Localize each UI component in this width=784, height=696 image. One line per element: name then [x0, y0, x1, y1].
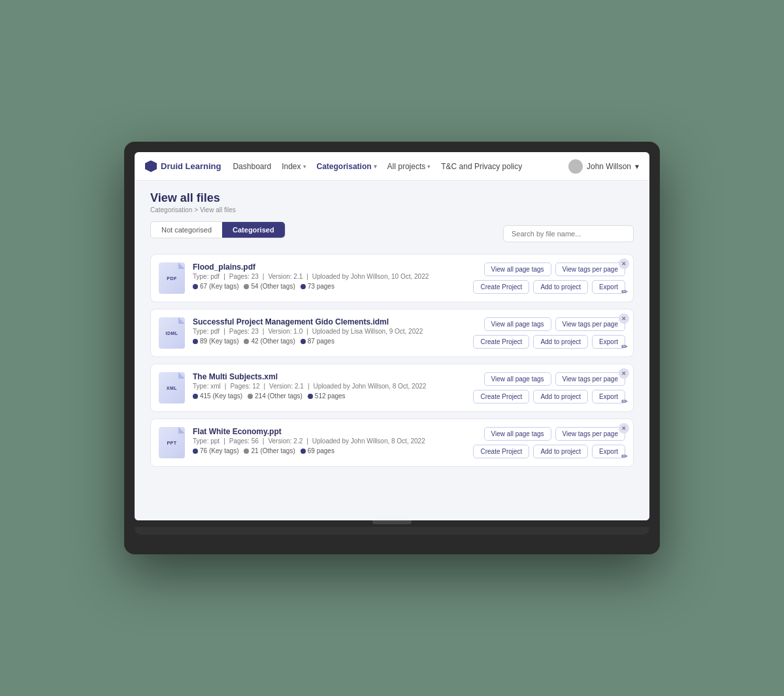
file-card: IDML Successful Project Management Gido …	[150, 309, 634, 357]
pages-tag-dot	[308, 394, 313, 399]
avatar	[568, 159, 583, 174]
tab-categorised[interactable]: Categorised	[222, 222, 285, 238]
action-row-2: Create Project Add to project Export	[473, 335, 625, 349]
file-actions: View all page tags View tags per page Cr…	[473, 372, 625, 403]
close-button[interactable]: ✕	[619, 259, 629, 269]
view-all-page-tags-button[interactable]: View all page tags	[484, 427, 551, 441]
file-body: Flat White Economy.ppt Type: ppt|Pages: …	[193, 427, 465, 454]
file-tags: 89 (Key tags) 42 (Other tags) 87 pages	[193, 338, 465, 345]
nav-all-projects[interactable]: All projects ▾	[386, 159, 433, 174]
file-tags: 76 (Key tags) 21 (Other tags) 69 pages	[193, 447, 465, 454]
action-row-1: View all page tags View tags per page	[484, 262, 625, 276]
file-body: The Multi Subjects.xml Type: xml|Pages: …	[193, 372, 465, 400]
pages-tag-dot	[301, 449, 306, 454]
file-actions: View all page tags View tags per page Cr…	[473, 317, 625, 349]
chevron-down-icon: ▾	[427, 163, 431, 170]
file-tags: 67 (Key tags) 54 (Other tags) 73 pages	[193, 283, 465, 290]
key-tags: 89 (Key tags)	[193, 338, 238, 345]
chevron-down-icon: ▾	[303, 163, 306, 170]
key-tag-dot	[193, 284, 198, 289]
tabs: Not categorised Categorised	[150, 221, 286, 238]
action-row-2: Create Project Add to project Export	[473, 445, 625, 458]
action-row-1: View all page tags View tags per page	[484, 317, 625, 331]
nav-dashboard[interactable]: Dashboard	[231, 159, 272, 174]
nav-terms[interactable]: T&C and Privacy policy	[440, 159, 523, 174]
create-project-button[interactable]: Create Project	[473, 390, 529, 403]
other-tag-dot	[244, 284, 249, 289]
view-all-page-tags-button[interactable]: View all page tags	[484, 317, 551, 331]
nav-items: Dashboard Index ▾ Categorisation ▾ All p…	[231, 159, 558, 174]
view-tags-per-page-button[interactable]: View tags per page	[555, 372, 625, 386]
close-button[interactable]: ✕	[619, 423, 629, 434]
view-all-page-tags-button[interactable]: View all page tags	[484, 372, 551, 386]
key-tag-dot	[193, 339, 198, 344]
edit-button[interactable]: ✏	[621, 342, 628, 351]
navbar: Druid Learning Dashboard Index ▾ Categor…	[135, 152, 649, 181]
add-to-project-button[interactable]: Add to project	[533, 390, 588, 403]
view-tags-per-page-button[interactable]: View tags per page	[555, 262, 625, 276]
create-project-button[interactable]: Create Project	[473, 280, 529, 294]
view-all-page-tags-button[interactable]: View all page tags	[484, 262, 551, 276]
key-tags: 67 (Key tags)	[193, 283, 238, 290]
view-tags-per-page-button[interactable]: View tags per page	[555, 427, 625, 441]
key-tag-dot	[193, 394, 198, 399]
pages-tag-dot	[301, 339, 306, 344]
close-button[interactable]: ✕	[619, 313, 629, 324]
file-list: PDF Flood_plains.pdf Type: pdf|Pages: 23…	[150, 254, 634, 467]
logo[interactable]: Druid Learning	[145, 161, 221, 172]
export-button[interactable]: Export	[592, 390, 625, 403]
other-tag-dot	[248, 394, 253, 399]
logo-icon	[145, 161, 157, 172]
file-meta: Type: pdf|Pages: 23|Version: 2.1|Uploade…	[193, 273, 465, 280]
file-meta: Type: ppt|Pages: 56|Version: 2.2|Uploade…	[193, 437, 465, 445]
export-button[interactable]: Export	[592, 335, 625, 349]
file-meta: Type: xml|Pages: 12|Version: 2.1|Uploade…	[193, 383, 465, 390]
other-tags: 21 (Other tags)	[244, 447, 295, 454]
add-to-project-button[interactable]: Add to project	[533, 280, 588, 294]
edit-button[interactable]: ✏	[621, 452, 628, 461]
action-row-1: View all page tags View tags per page	[484, 372, 625, 386]
add-to-project-button[interactable]: Add to project	[533, 335, 588, 349]
file-icon-xml: XML	[159, 372, 185, 403]
other-tags: 54 (Other tags)	[244, 283, 295, 290]
page-content: View all files Categorisation > View all…	[135, 181, 649, 520]
total-pages-tag: 73 pages	[301, 283, 335, 290]
action-row-2: Create Project Add to project Export	[473, 390, 625, 403]
page-title: View all files	[150, 191, 634, 205]
total-pages-tag: 69 pages	[301, 447, 335, 454]
chevron-down-icon: ▾	[635, 162, 639, 171]
add-to-project-button[interactable]: Add to project	[533, 445, 588, 458]
file-name: Flood_plains.pdf	[193, 262, 465, 272]
key-tag-dot	[193, 449, 198, 454]
file-tags: 415 (Key tags) 214 (Other tags) 512 page…	[193, 392, 465, 400]
edit-button[interactable]: ✏	[621, 397, 628, 406]
file-card: PPT Flat White Economy.ppt Type: ppt|Pag…	[150, 419, 634, 467]
chevron-down-icon: ▾	[374, 163, 377, 170]
file-name: The Multi Subjects.xml	[193, 372, 465, 381]
tab-not-categorised[interactable]: Not categorised	[151, 222, 222, 238]
file-icon-pdf: PDF	[159, 262, 185, 294]
edit-button[interactable]: ✏	[621, 287, 628, 296]
user-menu[interactable]: John Willson ▾	[568, 159, 639, 174]
file-actions: View all page tags View tags per page Cr…	[473, 427, 625, 458]
file-meta: Type: pdf|Pages: 23|Version: 1.0|Uploade…	[193, 328, 465, 335]
view-tags-per-page-button[interactable]: View tags per page	[555, 317, 625, 331]
other-tag-dot	[244, 339, 249, 344]
other-tags: 42 (Other tags)	[244, 338, 295, 345]
total-pages-tag: 87 pages	[301, 338, 335, 345]
pages-tag-dot	[301, 284, 306, 289]
search-input[interactable]	[503, 225, 634, 242]
create-project-button[interactable]: Create Project	[473, 335, 529, 349]
file-name: Successful Project Management Gido Cleme…	[193, 317, 465, 326]
other-tags: 214 (Other tags)	[248, 392, 302, 400]
file-actions: View all page tags View tags per page Cr…	[473, 262, 625, 294]
file-icon-ppt: PPT	[159, 427, 185, 458]
export-button[interactable]: Export	[592, 280, 625, 294]
create-project-button[interactable]: Create Project	[473, 445, 529, 458]
export-button[interactable]: Export	[592, 445, 625, 458]
action-row-2: Create Project Add to project Export	[473, 280, 625, 294]
close-button[interactable]: ✕	[619, 368, 629, 379]
nav-index[interactable]: Index ▾	[280, 159, 307, 174]
nav-categorisation[interactable]: Categorisation ▾	[316, 159, 378, 174]
breadcrumb: Categorisation > View all files	[150, 206, 634, 214]
